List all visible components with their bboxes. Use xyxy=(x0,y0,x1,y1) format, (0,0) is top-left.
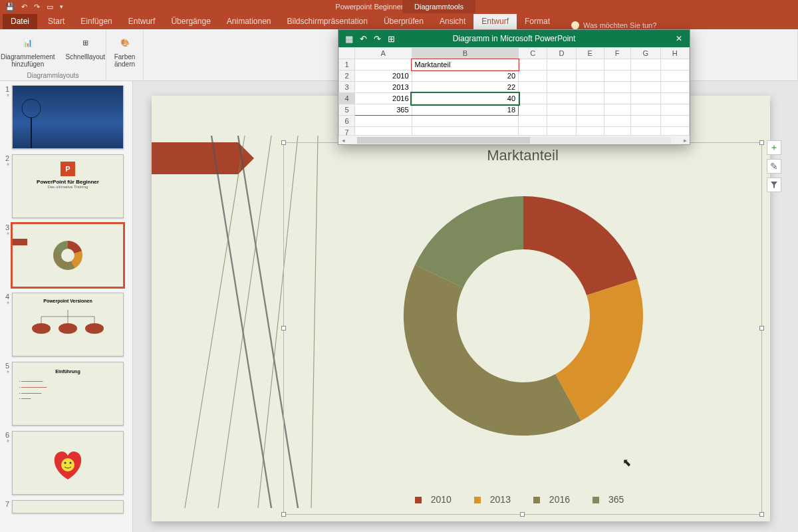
undo-icon[interactable]: ↶ xyxy=(360,34,367,44)
active-cell[interactable]: 40 xyxy=(412,93,519,104)
select-all-cell[interactable] xyxy=(339,48,355,59)
redo-icon[interactable]: ↷ xyxy=(34,3,40,11)
cell[interactable]: 2010 xyxy=(355,70,412,82)
slide-thumb-5[interactable]: Einführung ▪ ━━━━━━━━━━━━━━━━▪ ━━━━━━━━━… xyxy=(12,362,124,426)
chart-elements-button[interactable]: ＋ xyxy=(767,140,781,155)
slide-thumb-7[interactable] xyxy=(12,500,124,513)
redo-icon[interactable]: ↷ xyxy=(374,34,381,44)
row-header[interactable]: 1 xyxy=(339,59,355,70)
slide-number: 3* xyxy=(3,223,9,287)
svg-point-8 xyxy=(59,323,77,334)
resize-handle[interactable] xyxy=(281,512,286,517)
chart-object[interactable]: Marktanteil 2010 xyxy=(283,142,762,515)
cell[interactable]: 2016 xyxy=(355,93,412,104)
col-header[interactable]: B xyxy=(412,48,519,59)
svg-line-13 xyxy=(185,136,245,508)
ribbon-group-layouts: 📊 Diagrammelement hinzufügen ⊞ Schnellla… xyxy=(0,29,106,80)
resize-handle[interactable] xyxy=(759,512,764,517)
tab-review[interactable]: Überprüfen xyxy=(376,14,432,29)
slide-number: 7 xyxy=(3,500,9,513)
change-colors-button[interactable]: 🎨 Farben ändern xyxy=(110,32,140,69)
horizontal-scrollbar[interactable]: ◂ ▸ xyxy=(338,135,690,144)
tab-view[interactable]: Ansicht xyxy=(432,14,473,29)
slide-thumb-3[interactable] xyxy=(12,223,124,287)
col-header[interactable]: H xyxy=(660,48,689,59)
svg-line-18 xyxy=(211,136,271,508)
ribbon-group-colors: 🎨 Farben ändern xyxy=(106,29,144,80)
cell[interactable]: 20 xyxy=(412,70,519,82)
slide-arrow-shape[interactable] xyxy=(152,142,238,174)
tab-slideshow[interactable]: Bildschirmpräsentation xyxy=(279,14,376,29)
resize-handle[interactable] xyxy=(281,326,286,331)
add-element-icon: 📊 xyxy=(19,33,37,52)
chart-styles-button[interactable]: ✎ xyxy=(767,159,781,174)
scroll-left-icon[interactable]: ◂ xyxy=(338,137,348,144)
slide-thumb-2[interactable]: P PowerPoint für Beginner Das ultimative… xyxy=(12,154,124,218)
quick-layout-icon: ⊞ xyxy=(76,33,94,52)
row-header[interactable]: 2 xyxy=(339,70,355,82)
legend-item: 365 xyxy=(608,494,624,505)
data-grid[interactable]: A B C D E F G H 1Marktanteil 2201020 320… xyxy=(338,47,690,138)
row-header[interactable]: 4 xyxy=(339,93,355,104)
cell[interactable]: 2013 xyxy=(355,82,412,93)
chart-data-window[interactable]: ▦ ↶ ↷ ⊞ Diagramm in Microsoft PowerPoint… xyxy=(338,29,690,145)
col-header[interactable]: A xyxy=(355,48,412,59)
svg-point-12 xyxy=(70,462,72,464)
slide-thumb-1[interactable] xyxy=(12,85,124,149)
undo-icon[interactable]: ↶ xyxy=(21,3,27,11)
row-header[interactable]: 3 xyxy=(339,82,355,93)
slide-thumb-6[interactable] xyxy=(12,431,124,495)
chart-title[interactable]: Marktanteil xyxy=(284,143,761,164)
chart-legend[interactable]: 2010 2013 2016 365 xyxy=(284,494,761,505)
excel-expand-icon[interactable]: ⊞ xyxy=(388,34,395,44)
slide-editor[interactable]: Marktanteil 2010 xyxy=(133,81,798,532)
tab-insert[interactable]: Einfügen xyxy=(72,14,120,29)
tell-me-label: Was möchten Sie tun? xyxy=(583,21,656,29)
slide-thumb-4[interactable]: Powerpoint Versionen xyxy=(12,293,124,356)
slide-number: 1* xyxy=(3,85,9,149)
tell-me[interactable]: Was möchten Sie tun? xyxy=(571,21,656,29)
add-chart-element-button[interactable]: 📊 Diagrammelement hinzufügen xyxy=(0,32,59,69)
resize-handle[interactable] xyxy=(759,140,764,145)
col-header[interactable]: G xyxy=(630,48,660,59)
quick-layout-label: Schnelllayout xyxy=(66,53,105,61)
svg-point-9 xyxy=(85,323,104,334)
tab-file[interactable]: Datei xyxy=(3,14,37,29)
start-show-icon[interactable]: ▭ xyxy=(47,3,53,11)
palette-icon: 🎨 xyxy=(116,33,134,52)
tab-design[interactable]: Entwurf xyxy=(120,14,164,29)
close-icon[interactable]: ✕ xyxy=(672,32,686,45)
resize-handle[interactable] xyxy=(281,140,286,145)
tab-animations[interactable]: Animationen xyxy=(219,14,279,29)
cell[interactable]: 18 xyxy=(412,104,519,116)
tab-chart-format[interactable]: Format xyxy=(517,14,558,29)
col-header[interactable]: E xyxy=(576,48,604,59)
row-header[interactable]: 6 xyxy=(339,116,355,127)
resize-handle[interactable] xyxy=(759,326,764,331)
resize-handle[interactable] xyxy=(520,512,525,517)
col-header[interactable]: D xyxy=(547,48,576,59)
chart-filters-button[interactable] xyxy=(767,178,781,192)
quick-layout-button[interactable]: ⊞ Schnelllayout xyxy=(62,32,109,69)
col-header[interactable]: C xyxy=(519,48,547,59)
tab-transitions[interactable]: Übergänge xyxy=(163,14,218,29)
col-header[interactable]: F xyxy=(604,48,630,59)
scroll-right-icon[interactable]: ▸ xyxy=(680,137,690,144)
cell[interactable]: 365 xyxy=(355,104,412,116)
slide-number: 6* xyxy=(3,431,9,495)
scrollbar-thumb[interactable] xyxy=(357,137,530,144)
cell[interactable]: 22 xyxy=(412,82,519,93)
save-icon[interactable]: 💾 xyxy=(5,3,15,11)
tab-chart-design[interactable]: Entwurf xyxy=(473,14,517,29)
tab-start[interactable]: Start xyxy=(40,14,72,29)
excel-title-bar[interactable]: ▦ ↶ ↷ ⊞ Diagramm in Microsoft PowerPoint… xyxy=(338,30,690,47)
cell[interactable]: Marktanteil xyxy=(412,59,519,70)
slide-number: 4* xyxy=(3,293,9,356)
title-bar: 💾 ↶ ↷ ▭ ▾ Powerpoint Beginner.pptx - Pow… xyxy=(0,0,798,13)
cell[interactable] xyxy=(355,59,412,70)
slide-canvas[interactable]: Marktanteil 2010 xyxy=(152,96,770,521)
qat-more-icon[interactable]: ▾ xyxy=(60,3,63,10)
group-label-layouts: Diagrammlayouts xyxy=(27,70,79,79)
row-header[interactable]: 5 xyxy=(339,104,355,116)
donut-chart[interactable] xyxy=(390,183,656,449)
